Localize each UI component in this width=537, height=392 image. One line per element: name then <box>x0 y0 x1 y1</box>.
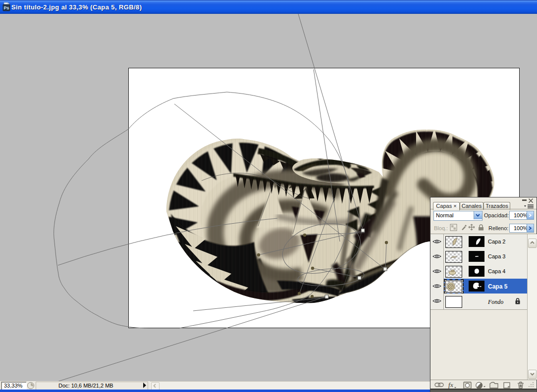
svg-text:fx: fx <box>448 382 453 389</box>
svg-text:Ps: Ps <box>3 5 9 10</box>
